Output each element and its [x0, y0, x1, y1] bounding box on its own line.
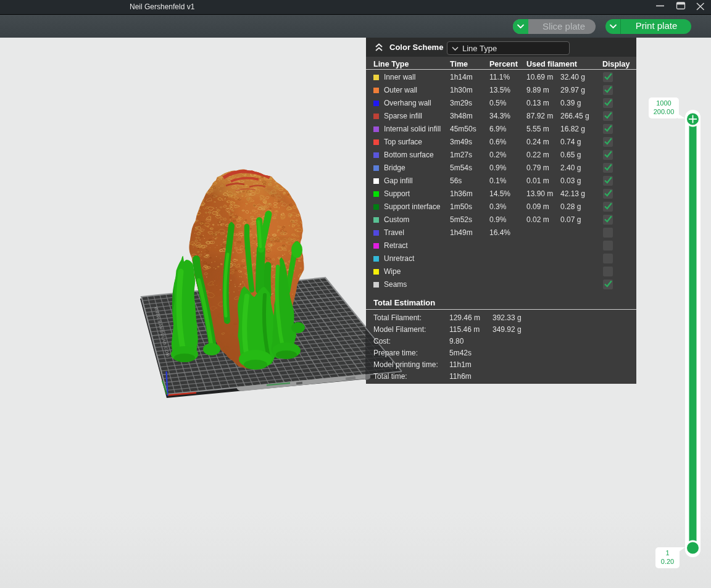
svg-text:1000: 1000: [656, 99, 671, 107]
svg-text:200.00: 200.00: [654, 108, 675, 115]
svg-text:1: 1: [665, 549, 669, 557]
svg-text:0.20: 0.20: [661, 558, 674, 565]
